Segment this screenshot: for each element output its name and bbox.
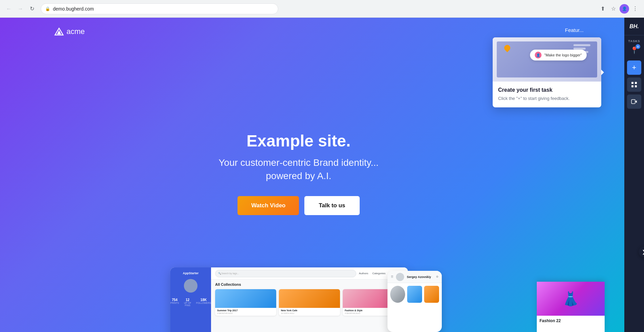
popup-bar-1 — [573, 44, 590, 46]
bh-add-button[interactable]: + — [627, 60, 641, 75]
svg-rect-2 — [631, 82, 633, 84]
hero-buttons: Watch Video Talk to us — [163, 196, 434, 215]
popup-arrow — [601, 70, 604, 75]
hero-title-period: . — [346, 132, 351, 150]
mockup-avatar — [184, 279, 197, 293]
main-layout: acme Featur... Example site. Your custom… — [0, 18, 644, 332]
dashboard-mockup: AppStarter 754 PRINTS 12 UP OF PINS 18K — [170, 261, 428, 332]
stat-num-pins: 12 — [182, 298, 193, 302]
mockup-sidebar: AppStarter 754 PRINTS 12 UP OF PINS 18K — [170, 267, 211, 332]
mockup-browser: AppStarter 754 PRINTS 12 UP OF PINS 18K — [170, 267, 408, 332]
popup-bar-3 — [573, 51, 588, 53]
lock-icon: 🔒 — [45, 6, 50, 11]
mockup-stat-prints: 754 PRINTS — [170, 298, 179, 307]
back-button[interactable]: ← — [4, 4, 14, 14]
bh-grid-button[interactable] — [627, 77, 641, 92]
search-placeholder: Search by tags... — [221, 272, 239, 275]
menu-button[interactable]: ⋮ — [630, 4, 640, 14]
share-button[interactable]: ⬆ — [598, 4, 607, 14]
talk-to-us-button[interactable]: Talk to us — [304, 196, 359, 215]
browser-actions: ⬆ ☆ 👤 ⋮ — [598, 4, 640, 14]
reload-button[interactable]: ↻ — [27, 4, 37, 14]
popup-bar-2 — [573, 48, 586, 50]
browser-nav-buttons: ← → ↻ — [4, 4, 37, 14]
address-bar[interactable]: 🔒 demo.bugherd.com — [41, 3, 278, 14]
card-title-1: Summer Trip 2017 — [215, 308, 276, 312]
phone-menu-icon: ☰ — [391, 275, 393, 278]
popup-pin — [503, 43, 511, 52]
popup-description: Click the "+" to start giving feedback. — [498, 95, 596, 102]
svg-rect-4 — [631, 85, 633, 87]
svg-rect-3 — [635, 82, 637, 84]
svg-rect-5 — [635, 85, 637, 87]
popup-screenshot-bars — [573, 44, 590, 53]
mockup-topbar: 🔍 Search by tags... Authors Categories U… — [211, 267, 408, 280]
fashion-card: 👗 Fashion 22 — [537, 282, 605, 332]
phone-row — [390, 286, 439, 303]
mockup-grid: Summer Trip 2017 3 MONTHS AGO New York C… — [215, 289, 404, 316]
acme-logo: acme — [54, 27, 85, 36]
hero-title-main: Example site — [247, 132, 346, 150]
phone-user-name: Sergey Azovskiy — [407, 275, 433, 279]
mockup-stat-pins: 12 UP OF PINS — [182, 298, 193, 307]
browser-chrome: ← → ↻ 🔒 demo.bugherd.com ⬆ ☆ 👤 ⋮ — [0, 0, 644, 18]
card-img-1 — [215, 289, 276, 308]
fashion-img: 👗 — [537, 282, 605, 316]
mockup-phone: ☰ Sergey Azovskiy ⚙ — [387, 271, 442, 332]
stat-num-followers: 18K — [196, 298, 211, 302]
card-img-2 — [279, 289, 340, 308]
card-title-2: New York Cafe — [279, 308, 340, 312]
hero-section: Example site. Your customer-centric Bran… — [163, 131, 434, 215]
bh-chevron-button[interactable]: ❯ — [639, 246, 644, 257]
mockup-card-1: Summer Trip 2017 3 MONTHS AGO — [215, 289, 276, 316]
phone-header: ☰ Sergey Azovskiy ⚙ — [387, 271, 442, 283]
card-sub-1: 3 MONTHS AGO — [215, 312, 276, 316]
profile-avatar[interactable]: 👤 — [620, 4, 629, 14]
nav-features[interactable]: Featur... — [565, 27, 584, 33]
fashion-title: Fashion 22 — [539, 318, 602, 323]
watch-video-button[interactable]: Watch Video — [238, 196, 299, 215]
stat-label-followers: FOLLOWERS — [196, 302, 211, 304]
popup-comment-text: "Make the logo bigger" — [544, 53, 582, 57]
phone-thumb-2 — [407, 286, 422, 303]
bh-tasks-label: TASKS — [628, 39, 640, 43]
hero-title: Example site. — [163, 131, 434, 151]
collections-title: All Collections — [215, 282, 404, 286]
phone-avatar — [396, 273, 404, 281]
bh-task-badge: 0 — [636, 44, 640, 49]
stat-label-prints: PRINTS — [170, 302, 179, 304]
stat-num-prints: 754 — [170, 298, 179, 302]
nav-categories: Categories — [372, 272, 385, 275]
bookmark-button[interactable]: ☆ — [609, 4, 618, 14]
url-text: demo.bugherd.com — [53, 6, 94, 12]
bh-logo: BH. — [624, 18, 644, 35]
hero-subtitle: Your customer-centric Brand identity...p… — [163, 156, 434, 182]
mockup-search: 🔍 Search by tags... — [215, 270, 356, 277]
bh-badge-container: 📍 0 — [628, 44, 640, 56]
phone-settings-icon: ⚙ — [436, 275, 438, 278]
mockup-stats: 754 PRINTS 12 UP OF PINS 18K FOLLOWERS — [170, 298, 211, 307]
card-sub-2: 10 DAYS AGO — [279, 312, 340, 316]
phone-thumb-1 — [390, 286, 405, 303]
popup-comment-avatar: 👤 — [535, 52, 542, 58]
fashion-info: Fashion 22 — [537, 316, 605, 326]
logo-text: acme — [67, 27, 85, 36]
popup-content: Create your first task Click the "+" to … — [493, 82, 601, 107]
svg-rect-6 — [631, 100, 635, 104]
popup-screenshot: 👤 "Make the logo bigger" — [493, 37, 601, 82]
nav-authors: Authors — [359, 272, 368, 275]
forward-button[interactable]: → — [16, 4, 25, 14]
popup-screenshot-inner: 👤 "Make the logo bigger" — [497, 41, 597, 77]
website-content: acme Featur... Example site. Your custom… — [0, 18, 624, 332]
mockup-card-2: New York Cafe 10 DAYS AGO — [279, 289, 340, 316]
mockup-stat-followers: 18K FOLLOWERS — [196, 298, 211, 307]
chevron-icon: ❯ — [642, 249, 644, 255]
stat-label-pins: UP OF PINS — [182, 302, 193, 307]
popup-title: Create your first task — [498, 87, 596, 93]
search-icon: 🔍 — [218, 272, 221, 275]
bugherd-popup: 👤 "Make the logo bigger" Create your fir… — [493, 37, 601, 107]
bh-video-button[interactable] — [627, 94, 641, 109]
mockup-app-name: AppStarter — [183, 272, 199, 275]
phone-content — [387, 283, 442, 308]
phone-thumb-3 — [424, 286, 439, 303]
